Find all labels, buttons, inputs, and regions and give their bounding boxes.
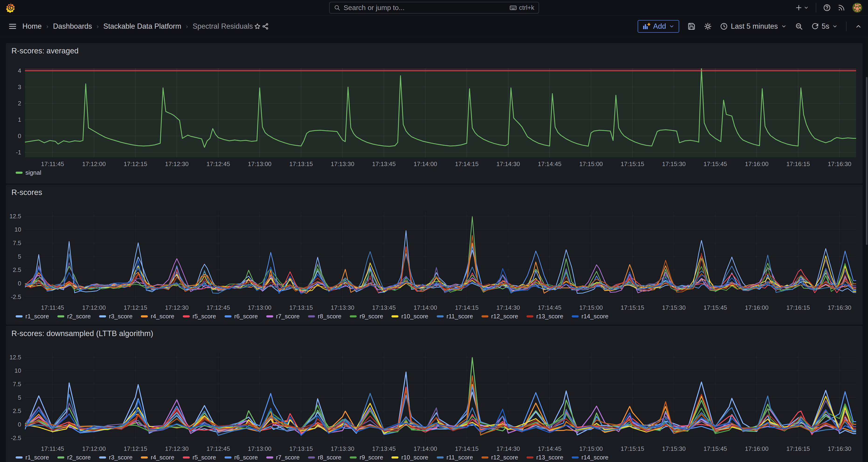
x-axis-label: 17:12:30 bbox=[158, 160, 195, 168]
legend-item-r14_score[interactable]: r14_score bbox=[572, 313, 609, 320]
legend-label: r10_score bbox=[401, 454, 428, 461]
legend-item-r4_score[interactable]: r4_score bbox=[141, 454, 174, 461]
x-axis-label: 17:15:00 bbox=[572, 445, 610, 453]
legend-item-r11_score[interactable]: r11_score bbox=[437, 454, 473, 461]
legend-item-r2_score[interactable]: r2_score bbox=[57, 454, 91, 461]
search-input[interactable]: Search or jump to... ctrl+k bbox=[329, 2, 539, 13]
legend-label: r3_score bbox=[109, 313, 132, 320]
x-axis-label: 17:13:45 bbox=[365, 445, 403, 453]
legend-item-r7_score[interactable]: r7_score bbox=[266, 454, 300, 461]
legend-swatch bbox=[350, 315, 357, 317]
star-icon[interactable] bbox=[254, 23, 261, 30]
y-axis-label: 10 bbox=[6, 367, 21, 374]
legend-item-r12_score[interactable]: r12_score bbox=[482, 454, 518, 461]
legend-item-r3_score[interactable]: r3_score bbox=[99, 313, 132, 320]
share-icon[interactable] bbox=[262, 23, 269, 30]
search-shortcut: ctrl+k bbox=[510, 4, 534, 11]
legend-item-r2_score[interactable]: r2_score bbox=[57, 313, 91, 320]
chart-plot-area[interactable] bbox=[25, 211, 856, 301]
legend-swatch bbox=[141, 315, 148, 317]
rss-icon[interactable] bbox=[838, 4, 845, 11]
zoom-out-icon[interactable] bbox=[795, 22, 803, 30]
legend-swatch bbox=[572, 456, 579, 459]
legend-item-r10_score[interactable]: r10_score bbox=[392, 454, 428, 461]
legend-label: r13_score bbox=[536, 313, 563, 320]
help-icon[interactable] bbox=[823, 4, 831, 11]
x-axis-label: 17:11:45 bbox=[34, 160, 71, 168]
x-axis-label: 17:13:30 bbox=[324, 304, 361, 311]
legend-item-r6_score[interactable]: r6_score bbox=[224, 313, 258, 320]
x-axis-label: 17:12:00 bbox=[75, 445, 113, 453]
x-axis-label: 17:14:45 bbox=[531, 445, 568, 453]
legend-item-r12_score[interactable]: r12_score bbox=[482, 313, 518, 320]
panel-title[interactable]: R-scores bbox=[11, 188, 42, 197]
legend-item-r14_score[interactable]: r14_score bbox=[572, 454, 609, 461]
breadcrumb-item-home[interactable]: Home bbox=[22, 22, 42, 31]
panel-title[interactable]: R-scores: downsampled (LTTB algorithm) bbox=[11, 329, 153, 338]
new-button[interactable] bbox=[795, 4, 809, 11]
legend-label: r13_score bbox=[536, 454, 563, 461]
legend-label: r6_score bbox=[234, 313, 258, 320]
x-axis-label: 17:14:00 bbox=[407, 160, 444, 168]
y-axis-label: -1 bbox=[6, 149, 21, 156]
legend-item-r8_score[interactable]: r8_score bbox=[308, 454, 341, 461]
legend-item-r3_score[interactable]: r3_score bbox=[99, 454, 132, 461]
legend-swatch bbox=[526, 315, 533, 317]
x-axis-label: 17:13:00 bbox=[241, 304, 278, 311]
panel-title[interactable]: R-scores: averaged bbox=[11, 47, 79, 55]
legend-item-r11_score[interactable]: r11_score bbox=[437, 313, 473, 320]
legend-swatch bbox=[482, 456, 489, 459]
legend-item-r4_score[interactable]: r4_score bbox=[141, 313, 174, 320]
x-axis-label: 17:13:00 bbox=[241, 445, 278, 453]
legend-item-r9_score[interactable]: r9_score bbox=[350, 313, 383, 320]
settings-icon[interactable] bbox=[704, 22, 712, 30]
breadcrumb-item-dashboards[interactable]: Dashboards bbox=[53, 22, 92, 31]
legend-item-r9_score[interactable]: r9_score bbox=[350, 454, 383, 461]
y-axis-label: 4 bbox=[6, 67, 21, 74]
grafana-logo-icon[interactable] bbox=[5, 2, 16, 13]
legend-item-r8_score[interactable]: r8_score bbox=[308, 313, 341, 320]
chevron-down-icon bbox=[781, 24, 787, 29]
menu-icon[interactable] bbox=[8, 22, 17, 31]
legend-item-r5_score[interactable]: r5_score bbox=[183, 454, 216, 461]
legend-swatch bbox=[99, 456, 106, 459]
chart-plot-area[interactable] bbox=[25, 352, 856, 442]
legend-item-signal[interactable]: signal bbox=[16, 169, 41, 176]
legend-item-r10_score[interactable]: r10_score bbox=[392, 313, 428, 320]
legend-label: r14_score bbox=[582, 313, 609, 320]
chart-plot-area[interactable] bbox=[25, 68, 856, 157]
legend-swatch bbox=[224, 315, 231, 317]
breadcrumb: Home›Dashboards›Stackable Data Platform›… bbox=[22, 22, 253, 31]
x-axis-label: 17:15:00 bbox=[572, 160, 610, 168]
breadcrumb-item-stackable-data-platform[interactable]: Stackable Data Platform bbox=[103, 22, 181, 31]
x-axis-label: 17:15:30 bbox=[655, 304, 692, 311]
y-axis-label: 0 bbox=[6, 280, 21, 287]
legend-item-r1_score[interactable]: r1_score bbox=[16, 454, 49, 461]
legend-item-r13_score[interactable]: r13_score bbox=[526, 313, 563, 320]
legend-label: signal bbox=[25, 169, 41, 176]
y-axis-label: 0 bbox=[6, 421, 21, 428]
legend-item-r7_score[interactable]: r7_score bbox=[266, 313, 300, 320]
search-icon bbox=[334, 4, 340, 11]
chevron-up-icon[interactable] bbox=[855, 23, 862, 30]
x-axis-label: 17:13:30 bbox=[324, 160, 361, 168]
scrollbar-thumb[interactable] bbox=[866, 77, 868, 245]
legend-item-r13_score[interactable]: r13_score bbox=[526, 454, 563, 461]
y-axis-label: 12.5 bbox=[6, 354, 21, 361]
user-avatar[interactable] bbox=[852, 3, 862, 13]
refresh-picker[interactable]: 5s bbox=[811, 22, 838, 31]
save-icon[interactable] bbox=[687, 22, 695, 30]
legend-item-r6_score[interactable]: r6_score bbox=[224, 454, 258, 461]
legend-swatch bbox=[437, 456, 444, 459]
x-axis-label: 17:12:30 bbox=[158, 445, 195, 453]
search-placeholder: Search or jump to... bbox=[344, 4, 405, 12]
legend-swatch bbox=[572, 315, 579, 317]
time-range-picker[interactable]: Last 5 minutes bbox=[720, 22, 787, 31]
x-axis-label: 17:16:30 bbox=[821, 304, 858, 311]
x-axis-label: 17:16:00 bbox=[738, 160, 775, 168]
breadcrumb-separator: › bbox=[46, 23, 49, 30]
y-axis-label: 2.5 bbox=[6, 407, 21, 415]
legend-item-r5_score[interactable]: r5_score bbox=[183, 313, 216, 320]
add-button[interactable]: Add bbox=[638, 20, 679, 33]
legend-item-r1_score[interactable]: r1_score bbox=[16, 313, 49, 320]
